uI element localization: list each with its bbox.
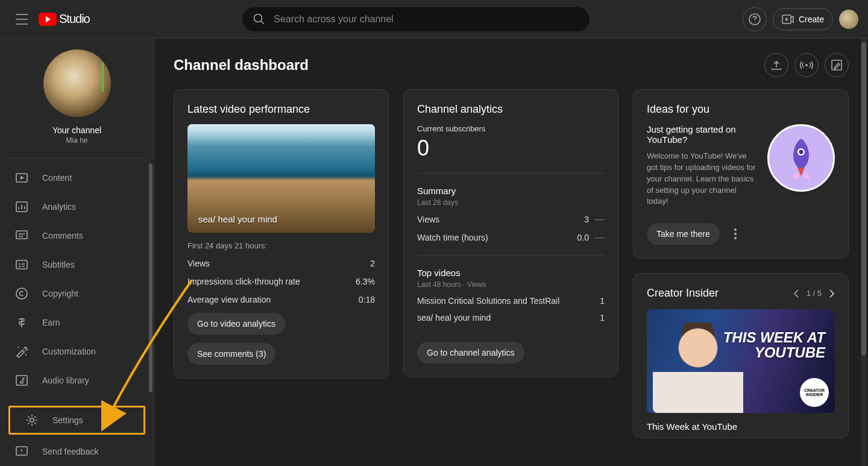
stat-row: Impressions click-through rate 6.3% bbox=[187, 277, 375, 286]
sidebar-item-copyright[interactable]: Copyright bbox=[0, 279, 154, 308]
top-videos-title: Top videos bbox=[417, 268, 605, 278]
ideas-heading: Ideas for you bbox=[647, 103, 835, 116]
feedback-label: Send feedback bbox=[42, 447, 98, 456]
upload-icon bbox=[770, 59, 782, 71]
sidebar-scrollbar[interactable] bbox=[149, 163, 153, 392]
video-title: sea/ heal your mind bbox=[198, 214, 277, 224]
top-video-row[interactable]: sea/ heal your mind 1 bbox=[417, 313, 605, 323]
top-videos-period: Last 48 hours · Views bbox=[417, 280, 605, 289]
sidebar: Your channel Mia he Content Analytics Co… bbox=[0, 39, 154, 466]
menu-icon[interactable] bbox=[10, 7, 34, 31]
latest-period: First 24 days 21 hours: bbox=[187, 241, 375, 250]
sidebar-item-comments[interactable]: Comments bbox=[0, 221, 154, 250]
svg-point-17 bbox=[734, 228, 737, 231]
audio-icon bbox=[14, 373, 29, 388]
nav-label: Customization bbox=[42, 347, 96, 356]
main-content: Channel dashboard Latest video performan… bbox=[154, 39, 868, 466]
svg-point-12 bbox=[21, 453, 22, 453]
earn-icon bbox=[14, 315, 29, 330]
insider-caption: This Week at YouTube bbox=[647, 421, 835, 432]
video-analytics-button[interactable]: Go to video analytics bbox=[187, 313, 285, 335]
create-button[interactable]: Create bbox=[773, 8, 833, 30]
logo-text: Studio bbox=[59, 12, 90, 26]
top-video-row[interactable]: Mission Critical Solutions and TestRail … bbox=[417, 296, 605, 306]
sidebar-item-content[interactable]: Content bbox=[0, 163, 154, 192]
take-me-there-button[interactable]: Take me there bbox=[647, 223, 720, 245]
upload-button[interactable] bbox=[764, 53, 788, 77]
see-comments-button[interactable]: See comments (3) bbox=[187, 343, 275, 365]
feedback-icon bbox=[14, 444, 29, 459]
latest-video-card: Latest video performance sea/ heal your … bbox=[174, 89, 389, 379]
svg-point-18 bbox=[734, 233, 737, 235]
create-label: Create bbox=[799, 14, 824, 24]
sidebar-item-feedback[interactable]: Send feedback bbox=[0, 437, 154, 466]
channel-analytics-card: Channel analytics Current subscribers 0 … bbox=[403, 89, 618, 377]
svg-point-0 bbox=[254, 14, 262, 22]
insider-thumbnail[interactable]: THIS WEEK AT YOUTUBE CREATOR INSIDER bbox=[647, 309, 835, 413]
edit-icon bbox=[831, 59, 843, 71]
stat-row: Average view duration 0:18 bbox=[187, 295, 375, 304]
your-channel-label: Your channel bbox=[52, 125, 101, 135]
sidebar-item-subtitles[interactable]: Subtitles bbox=[0, 250, 154, 279]
summary-title: Summary bbox=[417, 186, 605, 196]
nav-label: Copyright bbox=[42, 289, 78, 298]
svg-point-10 bbox=[30, 418, 34, 422]
sidebar-item-customization[interactable]: Customization bbox=[0, 337, 154, 366]
customization-icon bbox=[14, 344, 29, 359]
main-scrollbar[interactable] bbox=[861, 39, 867, 466]
svg-rect-7 bbox=[16, 260, 27, 269]
channel-analytics-button[interactable]: Go to channel analytics bbox=[417, 342, 524, 364]
channel-avatar[interactable] bbox=[43, 49, 111, 117]
svg-point-8 bbox=[16, 288, 27, 299]
svg-point-2 bbox=[754, 22, 755, 22]
help-icon[interactable] bbox=[743, 7, 767, 31]
go-live-button[interactable] bbox=[794, 53, 819, 77]
studio-logo[interactable]: Studio bbox=[39, 12, 90, 26]
search-input[interactable] bbox=[274, 14, 579, 25]
chevron-right-icon[interactable] bbox=[829, 289, 835, 298]
analytics-icon bbox=[14, 200, 29, 214]
current-subs-label: Current subscribers bbox=[417, 124, 605, 133]
nav-label: Analytics bbox=[42, 202, 76, 212]
svg-point-13 bbox=[805, 64, 808, 66]
video-thumbnail[interactable]: sea/ heal your mind bbox=[187, 124, 375, 233]
ideas-card: Ideas for you Just getting started on Yo… bbox=[633, 89, 849, 259]
pager-text: 1 / 5 bbox=[807, 289, 822, 298]
svg-point-19 bbox=[734, 237, 737, 239]
svg-rect-6 bbox=[16, 231, 27, 239]
live-icon bbox=[800, 59, 813, 71]
insider-heading: Creator Insider bbox=[647, 287, 719, 300]
search-icon bbox=[253, 13, 265, 25]
account-avatar[interactable] bbox=[839, 10, 858, 29]
gear-icon bbox=[25, 413, 39, 427]
page-title: Channel dashboard bbox=[174, 57, 309, 74]
ideas-title: Just getting started on YouTube? bbox=[647, 124, 758, 145]
subtitles-icon bbox=[14, 257, 29, 272]
nav-label: Audio library bbox=[42, 376, 89, 385]
edit-button[interactable] bbox=[825, 53, 849, 77]
ideas-body: Welcome to YouTube! We've got tips for u… bbox=[647, 151, 758, 207]
nav-label: Comments bbox=[42, 231, 83, 241]
insider-badge: CREATOR INSIDER bbox=[800, 378, 829, 407]
search-box[interactable] bbox=[242, 7, 590, 31]
more-icon[interactable] bbox=[728, 227, 743, 241]
summary-period: Last 28 days bbox=[417, 198, 605, 207]
sidebar-item-earn[interactable]: Earn bbox=[0, 308, 154, 337]
content-icon bbox=[14, 171, 29, 185]
channel-name: Mia he bbox=[66, 136, 87, 145]
stat-row: Views 2 bbox=[187, 259, 375, 268]
nav-label: Earn bbox=[42, 318, 60, 327]
rocket-icon bbox=[767, 124, 835, 192]
chevron-left-icon[interactable] bbox=[793, 289, 799, 298]
sidebar-item-settings[interactable]: Settings bbox=[8, 406, 145, 435]
comments-icon bbox=[14, 228, 29, 243]
create-icon bbox=[782, 14, 794, 24]
current-subs-value: 0 bbox=[417, 136, 605, 161]
sidebar-item-analytics[interactable]: Analytics bbox=[0, 192, 154, 221]
svg-point-16 bbox=[799, 150, 804, 154]
latest-heading: Latest video performance bbox=[187, 103, 375, 116]
copyright-icon bbox=[14, 286, 29, 301]
sidebar-item-audio-library[interactable]: Audio library bbox=[0, 366, 154, 395]
summary-row: Views 3— bbox=[417, 214, 605, 225]
youtube-icon bbox=[39, 13, 57, 26]
